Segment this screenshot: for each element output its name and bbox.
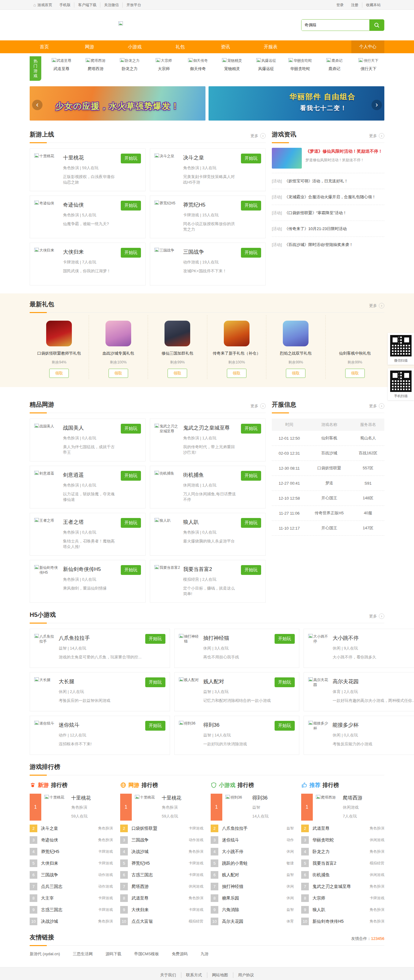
game-card[interactable]: 奇迹仙侠 奇迹仙侠 角色扮演 | 5人在玩 仙魔争霸，谁能一统九天? 开始玩 bbox=[30, 196, 146, 239]
play-button[interactable]: 开始玩 bbox=[145, 678, 165, 687]
ranking-item[interactable]: 8 大宗师 卡牌游戏 bbox=[301, 894, 384, 902]
play-button[interactable]: 开始玩 bbox=[241, 424, 261, 434]
game-card[interactable]: 十里桃花 十里桃花 角色扮演 | 59人在玩 正版影视授权，白浅夜华邀你仙恋之旅… bbox=[30, 148, 146, 191]
play-button[interactable]: 开始玩 bbox=[121, 471, 141, 480]
play-button[interactable]: 开始玩 bbox=[274, 721, 295, 731]
server-row[interactable]: 12-27 00:41 梦道 S91 bbox=[272, 476, 384, 491]
play-button[interactable]: 开始玩 bbox=[241, 471, 261, 480]
ranking-item[interactable]: 8 武道至尊 角色扮演 bbox=[120, 894, 203, 902]
game-card[interactable]: 剑意逍遥 剑意逍遥 角色扮演 | 0人在玩 以力证道，斩妖除魔，夺龙魂修仙途 开… bbox=[30, 466, 146, 509]
ranking-item[interactable]: 6 街机捕鱼 休闲游戏 bbox=[301, 871, 384, 879]
h5-game-card[interactable]: 得到36 得到36 益智 | 14人在玩 一款好玩的方块消除游戏 开始玩 bbox=[174, 716, 299, 755]
ranking-item[interactable]: 4 莽荒纪H5 卡牌游戏 bbox=[30, 848, 113, 856]
ranking-item[interactable]: 2 决斗之皇 角色扮演 bbox=[30, 824, 113, 832]
ranking-item[interactable]: 9 大侠归来 卡牌游戏 bbox=[120, 906, 203, 913]
ranking-item[interactable]: 3 奇迹仙侠 角色扮演 bbox=[30, 836, 113, 844]
game-card[interactable]: 决斗之皇 决斗之皇 角色扮演 | 3人在玩 完美复刻卡牌竞技策略真人对战H5手游… bbox=[150, 148, 266, 191]
footer-link[interactable]: 用户协议 bbox=[233, 972, 259, 978]
gift-game-icon[interactable] bbox=[165, 321, 190, 346]
ranking-top-item[interactable]: 1 得到36 得到36 益智 14人在玩 bbox=[211, 794, 294, 821]
gift-game-icon[interactable] bbox=[105, 321, 131, 346]
claim-button[interactable]: 领取 bbox=[49, 369, 69, 378]
server-row[interactable]: 11-10 12:17 开心国王 147区 bbox=[272, 521, 384, 536]
more-link[interactable]: 更多› bbox=[369, 303, 384, 309]
h5-game-card[interactable]: 大小跳不停 大小跳不停 休闲 | 9人在玩 大小跳不停，看你跳多久 开始玩 bbox=[304, 629, 414, 668]
topbar-link[interactable]: 关注微信 bbox=[100, 2, 122, 8]
claim-button[interactable]: 领取 bbox=[109, 369, 128, 378]
more-link[interactable]: 更多› bbox=[369, 133, 384, 138]
ranking-top-item[interactable]: 1 十里桃花 十里桃花 角色扮演 59人在玩 bbox=[120, 794, 203, 821]
claim-button[interactable]: 领取 bbox=[168, 369, 187, 378]
hot-game-item[interactable]: 卧龙之力 卧龙之力 bbox=[114, 56, 146, 81]
play-button[interactable]: 开始玩 bbox=[121, 248, 141, 258]
game-card[interactable]: 我要当首富2 我要当首富2 模拟经营 | 2人在玩 定个小目标，赚钱，就是这么简… bbox=[150, 560, 266, 603]
game-card[interactable]: 战国美人 战国美人 角色扮演 | 0人在玩 美人为伴七国征战，成就千古帝王 开始… bbox=[30, 418, 146, 461]
ranking-item[interactable]: 10 点点大富翁 模拟经营 bbox=[120, 918, 203, 925]
play-button[interactable]: 开始玩 bbox=[121, 201, 141, 210]
friend-link[interactable]: 三思生活网 bbox=[73, 951, 93, 957]
h5-game-card[interactable]: 八爪鱼拉拉手 八爪鱼拉拉手 益智 | 14人在玩 游戏的主角是可爱的八爪鱼，玩家… bbox=[30, 629, 170, 668]
ranking-item[interactable]: 8 糖果乐园 休闲 bbox=[211, 894, 294, 902]
favorite-link[interactable]: 收藏本站 bbox=[362, 2, 384, 8]
hot-game-item[interactable]: 武道至尊 武道至尊 bbox=[46, 56, 77, 81]
hot-game-item[interactable]: 华丽贪吃蛇 华丽贪吃蛇 bbox=[284, 56, 316, 81]
user-center-button[interactable]: 个人中心 bbox=[351, 40, 384, 53]
carousel-next-icon[interactable]: › bbox=[371, 100, 382, 110]
claim-button[interactable]: 领取 bbox=[227, 369, 246, 378]
ranking-item[interactable]: 10 高尔夫花园 体育 bbox=[211, 918, 294, 925]
h5-game-card[interactable]: 迷你炫斗 迷你炫斗 动作 | 12人在玩 连招根本停不下来! 开始玩 bbox=[30, 716, 170, 755]
hot-game-item[interactable]: 鹿鼎记 鹿鼎记 bbox=[318, 56, 350, 81]
ranking-item[interactable]: 7 点兵三国志 动作游戏 bbox=[30, 883, 113, 890]
game-card[interactable]: 王者之塔 王者之塔 角色扮演 | 0人在玩 集结士兵，召唤勇者！魔物高塔众人推!… bbox=[30, 513, 146, 556]
search-input[interactable] bbox=[301, 19, 370, 30]
footer-link[interactable]: 关于我们 bbox=[155, 972, 181, 978]
news-item[interactable]: [活动] 《妖怪宝可萌》活动，日充送好礼！ bbox=[272, 173, 384, 189]
banner-left[interactable]: 少女の应援，水火草强势爆发！ bbox=[30, 86, 205, 121]
h5-game-card[interactable]: 贱人配对 贱人配对 益智 | 3人在玩 记忆力和配对消除相结合的一款小游戏 开始… bbox=[174, 672, 299, 711]
friend-link[interactable]: 帝国CMS模板 bbox=[134, 951, 159, 957]
play-button[interactable]: 开始玩 bbox=[241, 565, 261, 575]
gift-game-icon[interactable] bbox=[342, 321, 368, 346]
game-card[interactable]: 三国战争 三国战争 动作游戏 | 19人在玩 攻城PK+国战停不下来！ 开始玩 bbox=[150, 243, 266, 285]
h5-game-card[interactable]: 大长腿 大长腿 休闲 | 2人在玩 考验反应的一款益智休闲游戏 开始玩 bbox=[30, 672, 170, 711]
ranking-item[interactable]: 9 狼人趴 角色扮演 bbox=[301, 906, 384, 913]
claim-button[interactable]: 领取 bbox=[286, 369, 305, 378]
ranking-item[interactable]: 3 三国战争 动作游戏 bbox=[120, 836, 203, 844]
play-button[interactable]: 开始玩 bbox=[121, 565, 141, 575]
play-button[interactable]: 开始玩 bbox=[145, 634, 165, 644]
server-row[interactable]: 02-03 12:31 百战沙城 百战162区 bbox=[272, 446, 384, 461]
home-link[interactable]: ⌂ 游戏首页 bbox=[30, 2, 56, 8]
server-row[interactable]: 12-10 12:58 开心国王 148区 bbox=[272, 491, 384, 506]
banner-right[interactable]: 华丽部件 自由组合 看我七十二变！ bbox=[209, 86, 384, 121]
carousel-prev-icon[interactable]: ‹ bbox=[32, 100, 43, 110]
game-card[interactable]: 新仙剑奇侠传H5 新仙剑奇侠传H5 角色扮演 | 0人在玩 乘风御剑，重温仙剑情… bbox=[30, 560, 146, 603]
ranking-item[interactable]: 7 爬塔西游 休闲游戏 bbox=[120, 883, 203, 890]
more-link[interactable]: 更多› bbox=[251, 403, 266, 409]
nav-tab[interactable]: 资讯 bbox=[211, 40, 240, 53]
hot-game-item[interactable]: 爬塔西游 爬塔西游 bbox=[80, 56, 112, 81]
gift-game-icon[interactable] bbox=[224, 321, 249, 346]
ranking-item[interactable]: 3 华丽贪吃蛇 休闲游戏 bbox=[301, 836, 384, 844]
nav-tab[interactable]: 小游戏 bbox=[120, 40, 149, 53]
topbar-link[interactable]: 开放平台 bbox=[122, 2, 144, 8]
play-button[interactable]: 开始玩 bbox=[121, 154, 141, 163]
hot-game-item[interactable]: 宠物精灵 宠物精灵 bbox=[216, 56, 248, 81]
server-row[interactable]: 12-01 12:50 仙剑客栈 蜀山名人 bbox=[272, 431, 384, 446]
gift-game-icon[interactable] bbox=[46, 321, 72, 346]
play-button[interactable]: 开始玩 bbox=[121, 424, 141, 434]
ranking-item[interactable]: 4 决战沙城 角色扮演 bbox=[120, 848, 203, 856]
game-card[interactable]: 狼人趴 狼人趴 角色扮演 | 0人在玩 最火爆烧脑的狼人杀桌游平台 开始玩 bbox=[150, 513, 266, 556]
nav-tab[interactable]: 礼包 bbox=[165, 40, 195, 53]
footer-link[interactable]: 网站地图 bbox=[207, 972, 233, 978]
h5-game-card[interactable]: 能接多少杯 能接多少杯 休闲 | 0人在玩 考验反应能力的小游戏 开始玩 bbox=[304, 716, 414, 755]
friend-link[interactable]: 免费源码 bbox=[172, 951, 188, 957]
news-item[interactable]: [活动] 《口袋妖怪联盟》“寒霜降至”活动！ bbox=[272, 205, 384, 221]
game-card[interactable]: 街机捕鱼 街机捕鱼 休闲游戏 | 1人在玩 万人同台休闲捕鱼,每日话费送不停 开… bbox=[150, 466, 266, 509]
ranking-item[interactable]: 7 鬼武之刃之皇城至尊 角色扮演 bbox=[301, 883, 384, 890]
news-item[interactable]: [活动] 《传奇来了》10月21-23日限时活动 bbox=[272, 221, 384, 237]
footer-link[interactable]: 联系方式 bbox=[181, 972, 207, 978]
ranking-item[interactable]: 9 古惑三国志 卡牌游戏 bbox=[30, 906, 113, 913]
ranking-item[interactable]: 9 六角消除 益智 bbox=[211, 906, 294, 913]
ranking-item[interactable]: 5 大侠归来 卡牌游戏 bbox=[30, 859, 113, 867]
gift-game-icon[interactable] bbox=[283, 321, 309, 346]
